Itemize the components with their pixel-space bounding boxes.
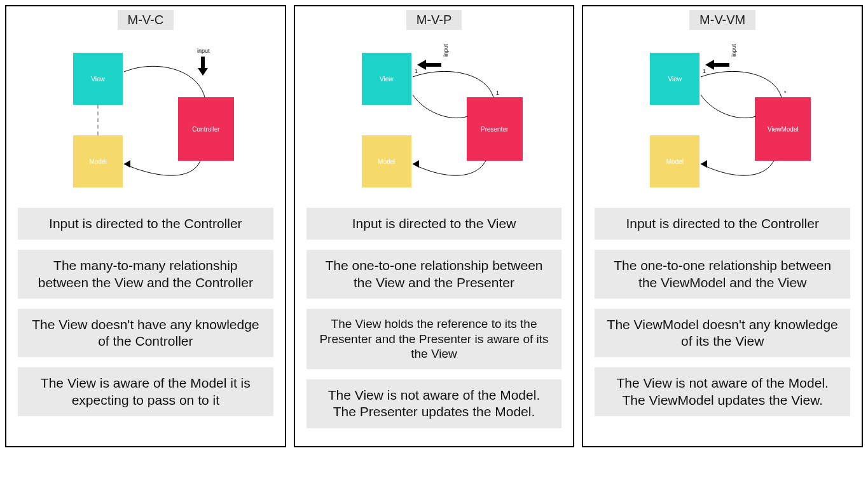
card: Input is directed to the View <box>307 208 562 240</box>
cards-mvc: Input is directed to the Controller The … <box>6 208 285 416</box>
panel-mvvm: M-V-VM View Model ViewModel input 1 * In… <box>582 5 863 447</box>
card: The View is aware of the Model it is exp… <box>18 367 273 416</box>
input-arrow-left-icon <box>704 58 729 72</box>
title-mvvm: M-V-VM <box>689 10 755 30</box>
presenter-box: Presenter <box>467 97 523 161</box>
view-box: View <box>73 53 123 105</box>
card: The View is not aware of the Model. The … <box>595 367 850 416</box>
diagram-mvvm: View Model ViewModel input 1 * <box>583 34 862 199</box>
title-mvp: M-V-P <box>406 10 462 30</box>
card: The View is not aware of the Model. The … <box>307 379 562 428</box>
input-label: input <box>197 48 210 54</box>
model-box: Model <box>73 135 123 187</box>
svg-text:*: * <box>784 90 787 96</box>
viewmodel-box: ViewModel <box>755 97 811 161</box>
input-label: input <box>443 44 449 57</box>
title-mvc: M-V-C <box>118 10 174 30</box>
model-box: Model <box>650 135 699 187</box>
view-box: View <box>362 53 411 105</box>
connectors-mvc <box>6 34 285 199</box>
card: Input is directed to the Controller <box>595 208 850 240</box>
svg-marker-4 <box>701 160 707 168</box>
model-box: Model <box>362 135 411 187</box>
card: The View doesn't have any knowledge of t… <box>18 309 273 358</box>
view-model-dashed-link <box>97 105 99 135</box>
panel-mvp: M-V-P View Model Presenter input 1 1 Inp… <box>294 5 575 447</box>
card: The ViewModel doesn't any knowledge of i… <box>595 309 850 358</box>
card: The one-to-one relationship between the … <box>595 250 850 299</box>
panel-mvc: M-V-C View Model Controller input Input … <box>5 5 286 447</box>
controller-box: Controller <box>178 97 234 161</box>
card: Input is directed to the Controller <box>18 208 273 240</box>
card: The many-to-many relationship between th… <box>18 250 273 299</box>
svg-marker-1 <box>413 160 419 168</box>
diagram-mvp: View Model Presenter input 1 1 <box>295 34 574 199</box>
cards-mvp: Input is directed to the View The one-to… <box>295 208 574 428</box>
view-box: View <box>650 53 699 105</box>
svg-marker-0 <box>124 160 130 168</box>
svg-text:1: 1 <box>496 90 499 96</box>
card: The one-to-one relationship between the … <box>307 250 562 299</box>
diagram-mvc: View Model Controller input <box>6 34 285 199</box>
input-label: input <box>731 44 737 57</box>
input-arrow-left-icon <box>416 58 441 72</box>
cards-mvvm: Input is directed to the Controller The … <box>583 208 862 416</box>
card: The View holds the reference to its the … <box>307 309 562 369</box>
input-arrow-down-icon <box>196 57 210 82</box>
